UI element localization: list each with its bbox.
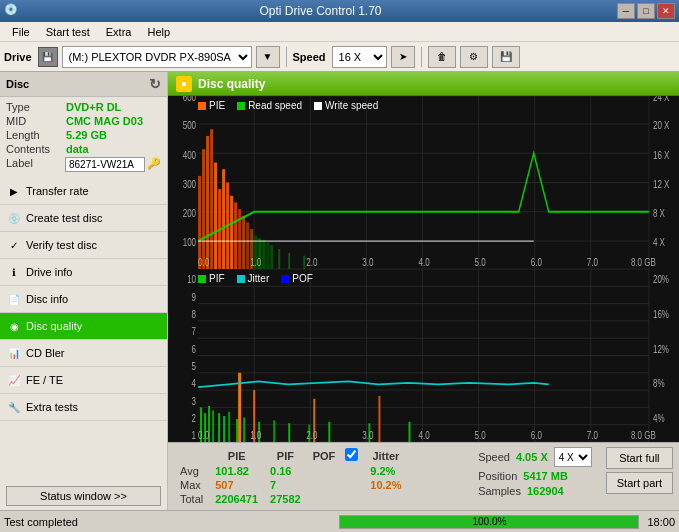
start-part-button[interactable]: Start part: [606, 472, 673, 494]
create-test-disc-icon: 💿: [6, 210, 22, 226]
disc-contents-row: Contents data: [6, 143, 161, 155]
contents-value: data: [66, 143, 89, 155]
drive-label: Drive: [4, 51, 32, 63]
menu-start-test[interactable]: Start test: [38, 24, 98, 40]
chart1: PIE Read speed Write speed: [168, 96, 679, 269]
disc-quality-title: Disc quality: [198, 77, 265, 91]
disc-length-row: Length 5.29 GB: [6, 129, 161, 141]
total-pie: 2206471: [209, 492, 264, 506]
samples-label: Samples: [478, 485, 521, 497]
max-label: Max: [174, 478, 209, 492]
svg-text:16%: 16%: [653, 308, 669, 321]
sidebar-item-label: Create test disc: [26, 212, 102, 224]
svg-rect-36: [230, 196, 233, 269]
svg-rect-48: [288, 253, 290, 269]
speed-value: 4.05 X: [516, 451, 548, 463]
speed-row: Speed 4.05 X 4 X: [478, 447, 592, 467]
jitter-checkbox[interactable]: [345, 448, 358, 461]
svg-text:1.0: 1.0: [250, 429, 262, 442]
menu-help[interactable]: Help: [139, 24, 178, 40]
svg-rect-30: [206, 136, 209, 269]
svg-rect-110: [408, 422, 410, 442]
svg-text:5.0: 5.0: [475, 429, 487, 442]
erase-button[interactable]: 🗑: [428, 46, 456, 68]
sidebar-item-disc-info[interactable]: 📄 Disc info: [0, 286, 167, 313]
svg-text:6: 6: [192, 342, 197, 355]
svg-text:8.0 GB: 8.0 GB: [631, 429, 656, 442]
drive-refresh-button[interactable]: ▼: [256, 46, 280, 68]
minimize-button[interactable]: ─: [617, 3, 635, 19]
sidebar-item-verify-test-disc[interactable]: ✓ Verify test disc: [0, 232, 167, 259]
action-buttons: Start full Start part: [606, 447, 673, 494]
svg-rect-105: [273, 420, 275, 442]
disc-header-label: Disc: [6, 78, 29, 90]
stats-bar: PIE PIF POF Jitter Avg 101.82 0.16: [168, 442, 679, 510]
close-button[interactable]: ✕: [657, 3, 675, 19]
label-icon[interactable]: 🔑: [147, 157, 161, 172]
svg-text:600: 600: [183, 96, 196, 104]
sidebar-item-fe-te[interactable]: 📈 FE / TE: [0, 367, 167, 394]
settings-button[interactable]: ⚙: [460, 46, 488, 68]
svg-rect-99: [218, 413, 220, 442]
svg-text:7: 7: [192, 325, 197, 338]
pif-legend-item: PIF: [198, 273, 225, 284]
length-label: Length: [6, 129, 66, 141]
drive-info-icon: ℹ: [6, 264, 22, 280]
stats-table: PIE PIF POF Jitter Avg 101.82 0.16: [174, 447, 408, 506]
disc-refresh-button[interactable]: ↻: [149, 76, 161, 92]
disc-label-input[interactable]: [65, 157, 145, 172]
status-window-button[interactable]: Status window >>: [6, 486, 161, 506]
svg-text:8%: 8%: [653, 377, 665, 390]
chart2-legend: PIF Jitter POF: [198, 273, 313, 284]
speed-select[interactable]: 16 X: [332, 46, 387, 68]
sidebar-item-cd-bler[interactable]: 📊 CD Bler: [0, 340, 167, 367]
svg-rect-49: [303, 256, 305, 269]
toolbar: Drive 💾 (M:) PLEXTOR DVDR PX-890SA 1.00 …: [0, 42, 679, 72]
type-value: DVD+R DL: [66, 101, 121, 113]
sidebar-item-label: Transfer rate: [26, 185, 89, 197]
svg-rect-44: [262, 240, 265, 269]
save-button[interactable]: 💾: [492, 46, 520, 68]
chart2-svg: 10 9 8 7 6 5 4 3 2 1 20% 16% 12%: [168, 269, 679, 442]
max-pif: 7: [264, 478, 307, 492]
svg-text:8 X: 8 X: [653, 207, 666, 219]
speed-select-dropdown[interactable]: 4 X: [554, 447, 592, 467]
svg-text:4%: 4%: [653, 411, 665, 424]
svg-text:2.0: 2.0: [306, 256, 317, 268]
pof-legend-item: POF: [281, 273, 313, 284]
sidebar-item-extra-tests[interactable]: 🔧 Extra tests: [0, 394, 167, 421]
svg-rect-103: [243, 417, 245, 442]
length-value: 5.29 GB: [66, 129, 107, 141]
avg-pie: 101.82: [209, 464, 264, 478]
svg-text:2.0: 2.0: [306, 429, 318, 442]
mid-label: MID: [6, 115, 66, 127]
svg-rect-40: [246, 222, 249, 269]
avg-jitter: 9.2%: [364, 464, 407, 478]
drive-select[interactable]: (M:) PLEXTOR DVDR PX-890SA 1.00: [62, 46, 252, 68]
speed-arrow-button[interactable]: ➤: [391, 46, 415, 68]
sidebar-item-disc-quality[interactable]: ◉ Disc quality: [0, 313, 167, 340]
sidebar-item-create-test-disc[interactable]: 💿 Create test disc: [0, 205, 167, 232]
svg-rect-101: [228, 412, 230, 442]
svg-text:0.0: 0.0: [198, 256, 209, 268]
menu-bar: File Start test Extra Help: [0, 22, 679, 42]
speed-label: Speed: [293, 51, 326, 63]
jitter-legend-label: Jitter: [248, 273, 270, 284]
disc-quality-header: ● Disc quality: [168, 72, 679, 96]
start-full-button[interactable]: Start full: [606, 447, 673, 469]
svg-text:3.0: 3.0: [362, 256, 373, 268]
write-speed-legend-color: [314, 102, 322, 110]
chart1-svg: 600 500 400 300 200 100 24 X 20 X 16 X 1…: [168, 96, 679, 269]
disc-info: Type DVD+R DL MID CMC MAG D03 Length 5.2…: [0, 97, 167, 178]
stats-right: Speed 4.05 X 4 X Position 5417 MB Sample…: [478, 447, 592, 497]
svg-text:0.0: 0.0: [198, 429, 210, 442]
menu-file[interactable]: File: [4, 24, 38, 40]
svg-rect-106: [288, 423, 290, 442]
svg-text:9: 9: [192, 290, 197, 303]
svg-text:3: 3: [192, 394, 197, 407]
menu-extra[interactable]: Extra: [98, 24, 140, 40]
disc-type-row: Type DVD+R DL: [6, 101, 161, 113]
sidebar-item-drive-info[interactable]: ℹ Drive info: [0, 259, 167, 286]
sidebar-item-transfer-rate[interactable]: ▶ Transfer rate: [0, 178, 167, 205]
restore-button[interactable]: □: [637, 3, 655, 19]
